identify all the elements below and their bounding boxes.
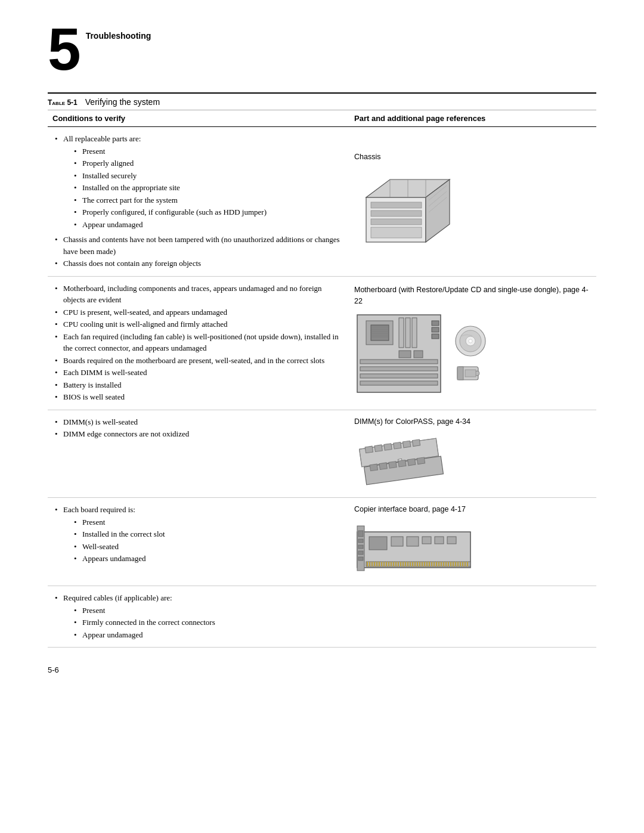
svg-rect-63 <box>358 545 363 549</box>
svg-rect-71 <box>447 537 456 544</box>
svg-rect-61 <box>358 531 363 537</box>
list-item: Each board required is: <box>52 504 345 516</box>
list-item: Properly configured, if configurable (su… <box>72 206 345 218</box>
cd-image <box>454 325 487 358</box>
chapter-header: 5 Troubleshooting <box>48 24 596 75</box>
conditions-list-1: All replaceable parts are: <box>52 133 345 145</box>
list-item: CPU cooling unit is well-aligned and fir… <box>52 318 345 330</box>
table-header-row: Conditions to verify Part and additional… <box>48 110 596 127</box>
conditions-cell-2: Motherboard, including components and tr… <box>48 276 349 410</box>
svg-rect-40 <box>457 367 463 380</box>
conditions-list-5a: Required cables (if applicable) are: <box>52 592 345 604</box>
svg-rect-29 <box>360 381 438 385</box>
reference-cell-3: DIMM(s) for ColorPASS, page 4-34 <box>349 410 596 498</box>
svg-rect-30 <box>399 351 411 358</box>
svg-rect-58 <box>417 457 425 465</box>
svg-rect-54 <box>379 463 387 470</box>
table-row: Each board required is: Present Installe… <box>48 498 596 586</box>
reference-content-1: Chassis <box>354 151 592 251</box>
list-item: BIOS is well seated <box>52 391 345 403</box>
conditions-list-3: DIMM(s) is well-seated DIMM edge connect… <box>52 416 345 440</box>
svg-rect-23 <box>399 318 404 348</box>
reference-text-3: DIMM(s) for ColorPASS, page 4-34 <box>354 416 592 428</box>
svg-rect-56 <box>398 460 406 467</box>
conditions-cell-3: DIMM(s) is well-seated DIMM edge connect… <box>48 410 349 498</box>
list-item: Installed in the correct slot <box>72 528 345 540</box>
svg-point-38 <box>469 339 472 343</box>
chapter-number: 5 <box>48 24 81 75</box>
cd-dongle-group <box>454 325 487 388</box>
list-item: Motherboard, including components and tr… <box>52 283 345 306</box>
page-footer: 5-6 <box>48 665 596 674</box>
chassis-image <box>354 168 473 251</box>
svg-rect-27 <box>360 367 438 371</box>
svg-rect-66 <box>369 537 387 550</box>
svg-rect-67 <box>391 537 403 546</box>
chapter-title: Troubleshooting <box>86 24 151 41</box>
list-item: Installed securely <box>72 170 345 182</box>
reference-text-1: Chassis <box>354 151 592 163</box>
svg-rect-4 <box>371 210 422 216</box>
conditions-list-2: Motherboard, including components and tr… <box>52 283 345 403</box>
list-item: Boards required on the motherboard are p… <box>52 355 345 367</box>
sub-list-1: Present Properly aligned Installed secur… <box>52 145 345 231</box>
svg-rect-65 <box>358 557 363 561</box>
svg-rect-15 <box>371 325 389 340</box>
extra-list-1: Chassis and contents have not been tampe… <box>52 234 345 270</box>
svg-rect-48 <box>394 442 401 450</box>
list-item: Required cables (if applicable) are: <box>52 592 345 604</box>
table-label: Table 5-1 <box>48 98 78 107</box>
list-item: Installed on the appropriate site <box>72 182 345 194</box>
svg-rect-70 <box>435 537 444 544</box>
reference-cell-1: Chassis <box>349 127 596 277</box>
page-number: 5-6 <box>48 665 59 674</box>
reference-content-4: Copier interface board, page 4-17 <box>354 504 592 580</box>
list-item: Appears undamaged <box>72 553 345 565</box>
list-item: Well-seated <box>72 541 345 553</box>
conditions-list-5b: Present Firmly connected in the correct … <box>52 605 345 641</box>
svg-rect-34 <box>432 334 439 339</box>
svg-rect-6 <box>371 227 422 238</box>
list-item: All replaceable parts are: <box>52 133 345 145</box>
svg-rect-31 <box>414 351 423 358</box>
svg-rect-3 <box>371 202 422 208</box>
table-row: All replaceable parts are: Present Prope… <box>48 127 596 277</box>
reference-cell-2: Motherboard (with Restore/Update CD and … <box>349 276 596 410</box>
col2-header: Part and additional page references <box>349 110 596 127</box>
list-item: Present <box>72 516 345 528</box>
reference-cell-5 <box>349 586 596 648</box>
col1-header: Conditions to verify <box>48 110 349 127</box>
svg-rect-57 <box>408 459 416 466</box>
list-item: Each fan required (including fan cable) … <box>52 331 345 354</box>
conditions-cell-4: Each board required is: Present Installe… <box>48 498 349 586</box>
list-item: Firmly connected in the correct connecto… <box>72 617 345 628</box>
list-item: Battery is installed <box>52 379 345 391</box>
svg-rect-47 <box>384 444 392 451</box>
reference-content-3: DIMM(s) for ColorPASS, page 4-34 <box>354 416 592 492</box>
list-item: The correct part for the system <box>72 194 345 206</box>
motherboard-image <box>354 312 450 401</box>
svg-rect-24 <box>405 318 410 348</box>
table-row: Required cables (if applicable) are: Pre… <box>48 586 596 648</box>
svg-rect-26 <box>360 360 438 364</box>
conditions-cell-5: Required cables (if applicable) are: Pre… <box>48 586 349 648</box>
svg-rect-42 <box>465 370 476 377</box>
dongle-image <box>454 364 487 388</box>
svg-rect-62 <box>358 539 363 543</box>
table-row: DIMM(s) is well-seated DIMM edge connect… <box>48 410 596 498</box>
reference-cell-4: Copier interface board, page 4-17 <box>349 498 596 586</box>
svg-rect-32 <box>432 321 439 326</box>
svg-rect-55 <box>389 462 397 469</box>
list-item: Chassis and contents have not been tampe… <box>52 234 345 257</box>
svg-rect-33 <box>432 327 439 332</box>
svg-rect-69 <box>422 537 431 544</box>
list-item: Appear undamaged <box>72 629 345 641</box>
copier-board-image <box>354 520 479 580</box>
svg-rect-68 <box>407 537 419 546</box>
svg-rect-25 <box>412 318 417 348</box>
reference-content-2: Motherboard (with Restore/Update CD and … <box>354 284 592 401</box>
main-table: Conditions to verify Part and additional… <box>48 110 596 648</box>
list-item: Properly aligned <box>72 157 345 169</box>
svg-rect-5 <box>371 219 422 225</box>
svg-rect-46 <box>374 445 382 452</box>
